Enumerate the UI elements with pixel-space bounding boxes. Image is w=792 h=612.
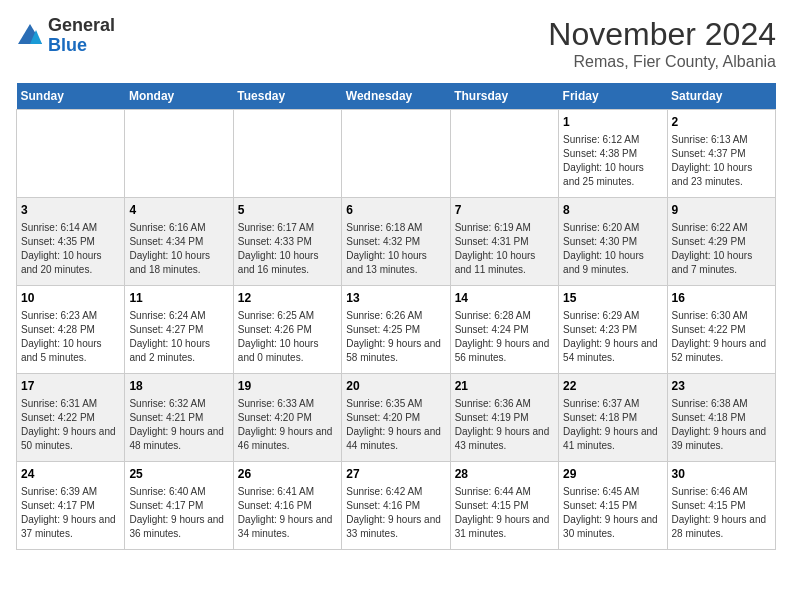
- day-details: Sunrise: 6:45 AM Sunset: 4:15 PM Dayligh…: [563, 485, 662, 541]
- logo-icon: [16, 22, 44, 50]
- day-details: Sunrise: 6:38 AM Sunset: 4:18 PM Dayligh…: [672, 397, 771, 453]
- day-number: 9: [672, 202, 771, 219]
- day-number: 12: [238, 290, 337, 307]
- day-details: Sunrise: 6:35 AM Sunset: 4:20 PM Dayligh…: [346, 397, 445, 453]
- day-details: Sunrise: 6:37 AM Sunset: 4:18 PM Dayligh…: [563, 397, 662, 453]
- day-number: 28: [455, 466, 554, 483]
- day-number: 30: [672, 466, 771, 483]
- calendar-cell: 20Sunrise: 6:35 AM Sunset: 4:20 PM Dayli…: [342, 374, 450, 462]
- day-number: 14: [455, 290, 554, 307]
- calendar-cell: 23Sunrise: 6:38 AM Sunset: 4:18 PM Dayli…: [667, 374, 775, 462]
- day-number: 4: [129, 202, 228, 219]
- day-number: 19: [238, 378, 337, 395]
- day-details: Sunrise: 6:25 AM Sunset: 4:26 PM Dayligh…: [238, 309, 337, 365]
- header-saturday: Saturday: [667, 83, 775, 110]
- calendar-cell: 26Sunrise: 6:41 AM Sunset: 4:16 PM Dayli…: [233, 462, 341, 550]
- calendar-cell: 15Sunrise: 6:29 AM Sunset: 4:23 PM Dayli…: [559, 286, 667, 374]
- calendar-cell: 10Sunrise: 6:23 AM Sunset: 4:28 PM Dayli…: [17, 286, 125, 374]
- day-details: Sunrise: 6:39 AM Sunset: 4:17 PM Dayligh…: [21, 485, 120, 541]
- logo-text: General Blue: [48, 16, 115, 56]
- day-number: 11: [129, 290, 228, 307]
- day-number: 26: [238, 466, 337, 483]
- calendar-cell: 16Sunrise: 6:30 AM Sunset: 4:22 PM Dayli…: [667, 286, 775, 374]
- day-details: Sunrise: 6:16 AM Sunset: 4:34 PM Dayligh…: [129, 221, 228, 277]
- calendar-cell: 13Sunrise: 6:26 AM Sunset: 4:25 PM Dayli…: [342, 286, 450, 374]
- header-wednesday: Wednesday: [342, 83, 450, 110]
- header-thursday: Thursday: [450, 83, 558, 110]
- calendar-header: SundayMondayTuesdayWednesdayThursdayFrid…: [17, 83, 776, 110]
- day-number: 6: [346, 202, 445, 219]
- week-row-4: 24Sunrise: 6:39 AM Sunset: 4:17 PM Dayli…: [17, 462, 776, 550]
- day-details: Sunrise: 6:44 AM Sunset: 4:15 PM Dayligh…: [455, 485, 554, 541]
- calendar-cell: [233, 110, 341, 198]
- day-number: 21: [455, 378, 554, 395]
- calendar-cell: 6Sunrise: 6:18 AM Sunset: 4:32 PM Daylig…: [342, 198, 450, 286]
- week-row-2: 10Sunrise: 6:23 AM Sunset: 4:28 PM Dayli…: [17, 286, 776, 374]
- calendar-cell: 24Sunrise: 6:39 AM Sunset: 4:17 PM Dayli…: [17, 462, 125, 550]
- calendar-cell: [17, 110, 125, 198]
- calendar-cell: 25Sunrise: 6:40 AM Sunset: 4:17 PM Dayli…: [125, 462, 233, 550]
- day-number: 18: [129, 378, 228, 395]
- day-details: Sunrise: 6:41 AM Sunset: 4:16 PM Dayligh…: [238, 485, 337, 541]
- week-row-1: 3Sunrise: 6:14 AM Sunset: 4:35 PM Daylig…: [17, 198, 776, 286]
- calendar-cell: 4Sunrise: 6:16 AM Sunset: 4:34 PM Daylig…: [125, 198, 233, 286]
- calendar-cell: [450, 110, 558, 198]
- calendar-cell: 11Sunrise: 6:24 AM Sunset: 4:27 PM Dayli…: [125, 286, 233, 374]
- day-number: 17: [21, 378, 120, 395]
- day-details: Sunrise: 6:12 AM Sunset: 4:38 PM Dayligh…: [563, 133, 662, 189]
- page-subtitle: Remas, Fier County, Albania: [548, 53, 776, 71]
- header-row: SundayMondayTuesdayWednesdayThursdayFrid…: [17, 83, 776, 110]
- day-details: Sunrise: 6:30 AM Sunset: 4:22 PM Dayligh…: [672, 309, 771, 365]
- day-details: Sunrise: 6:17 AM Sunset: 4:33 PM Dayligh…: [238, 221, 337, 277]
- calendar-cell: 14Sunrise: 6:28 AM Sunset: 4:24 PM Dayli…: [450, 286, 558, 374]
- day-number: 27: [346, 466, 445, 483]
- calendar-cell: 22Sunrise: 6:37 AM Sunset: 4:18 PM Dayli…: [559, 374, 667, 462]
- calendar-cell: 29Sunrise: 6:45 AM Sunset: 4:15 PM Dayli…: [559, 462, 667, 550]
- day-details: Sunrise: 6:40 AM Sunset: 4:17 PM Dayligh…: [129, 485, 228, 541]
- calendar-cell: 1Sunrise: 6:12 AM Sunset: 4:38 PM Daylig…: [559, 110, 667, 198]
- header-monday: Monday: [125, 83, 233, 110]
- calendar-cell: [342, 110, 450, 198]
- day-details: Sunrise: 6:23 AM Sunset: 4:28 PM Dayligh…: [21, 309, 120, 365]
- calendar-cell: 21Sunrise: 6:36 AM Sunset: 4:19 PM Dayli…: [450, 374, 558, 462]
- day-details: Sunrise: 6:19 AM Sunset: 4:31 PM Dayligh…: [455, 221, 554, 277]
- day-details: Sunrise: 6:42 AM Sunset: 4:16 PM Dayligh…: [346, 485, 445, 541]
- day-number: 10: [21, 290, 120, 307]
- calendar-table: SundayMondayTuesdayWednesdayThursdayFrid…: [16, 83, 776, 550]
- day-number: 5: [238, 202, 337, 219]
- logo: General Blue: [16, 16, 115, 56]
- day-details: Sunrise: 6:14 AM Sunset: 4:35 PM Dayligh…: [21, 221, 120, 277]
- day-details: Sunrise: 6:46 AM Sunset: 4:15 PM Dayligh…: [672, 485, 771, 541]
- calendar-cell: 30Sunrise: 6:46 AM Sunset: 4:15 PM Dayli…: [667, 462, 775, 550]
- day-details: Sunrise: 6:18 AM Sunset: 4:32 PM Dayligh…: [346, 221, 445, 277]
- day-number: 20: [346, 378, 445, 395]
- week-row-0: 1Sunrise: 6:12 AM Sunset: 4:38 PM Daylig…: [17, 110, 776, 198]
- calendar-cell: 19Sunrise: 6:33 AM Sunset: 4:20 PM Dayli…: [233, 374, 341, 462]
- day-number: 23: [672, 378, 771, 395]
- day-number: 22: [563, 378, 662, 395]
- calendar-body: 1Sunrise: 6:12 AM Sunset: 4:38 PM Daylig…: [17, 110, 776, 550]
- week-row-3: 17Sunrise: 6:31 AM Sunset: 4:22 PM Dayli…: [17, 374, 776, 462]
- day-number: 3: [21, 202, 120, 219]
- day-number: 2: [672, 114, 771, 131]
- header-friday: Friday: [559, 83, 667, 110]
- day-details: Sunrise: 6:36 AM Sunset: 4:19 PM Dayligh…: [455, 397, 554, 453]
- calendar-cell: 18Sunrise: 6:32 AM Sunset: 4:21 PM Dayli…: [125, 374, 233, 462]
- day-number: 29: [563, 466, 662, 483]
- calendar-cell: 27Sunrise: 6:42 AM Sunset: 4:16 PM Dayli…: [342, 462, 450, 550]
- day-details: Sunrise: 6:24 AM Sunset: 4:27 PM Dayligh…: [129, 309, 228, 365]
- day-number: 13: [346, 290, 445, 307]
- calendar-cell: 5Sunrise: 6:17 AM Sunset: 4:33 PM Daylig…: [233, 198, 341, 286]
- page-title: November 2024: [548, 16, 776, 53]
- day-details: Sunrise: 6:28 AM Sunset: 4:24 PM Dayligh…: [455, 309, 554, 365]
- day-details: Sunrise: 6:26 AM Sunset: 4:25 PM Dayligh…: [346, 309, 445, 365]
- header-tuesday: Tuesday: [233, 83, 341, 110]
- day-details: Sunrise: 6:20 AM Sunset: 4:30 PM Dayligh…: [563, 221, 662, 277]
- calendar-cell: 3Sunrise: 6:14 AM Sunset: 4:35 PM Daylig…: [17, 198, 125, 286]
- day-number: 1: [563, 114, 662, 131]
- day-number: 24: [21, 466, 120, 483]
- calendar-cell: 28Sunrise: 6:44 AM Sunset: 4:15 PM Dayli…: [450, 462, 558, 550]
- logo-general: General: [48, 16, 115, 36]
- day-details: Sunrise: 6:33 AM Sunset: 4:20 PM Dayligh…: [238, 397, 337, 453]
- page-header: General Blue November 2024 Remas, Fier C…: [16, 16, 776, 71]
